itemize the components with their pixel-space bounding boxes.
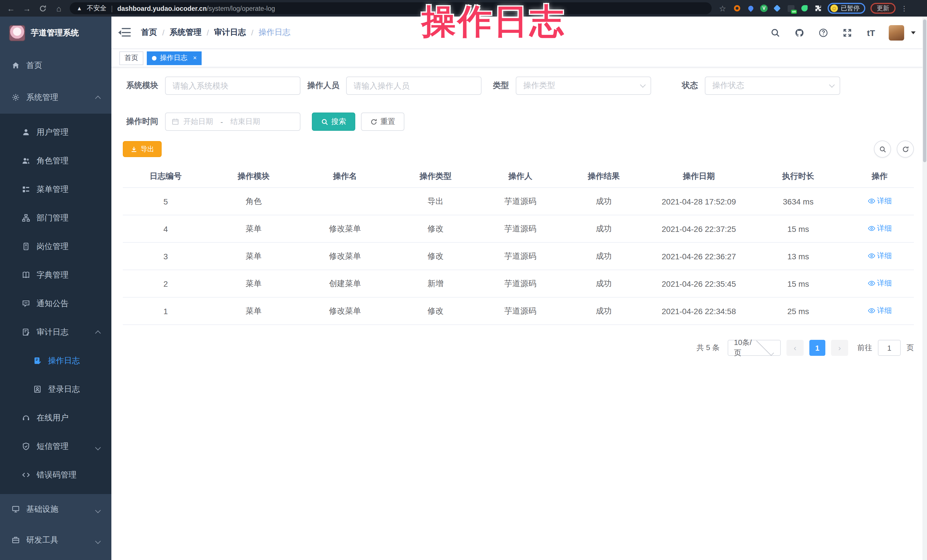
sidebar-item-operate-log[interactable]: 操作日志 xyxy=(0,347,111,375)
browser-home-icon[interactable]: ⌂ xyxy=(54,3,64,14)
search-button-label: 搜索 xyxy=(331,117,346,127)
paused-extension-badge[interactable]: ☺ 已暂停 xyxy=(828,3,865,14)
toggle-search-icon[interactable] xyxy=(874,141,891,158)
sidebar-item-sms-management[interactable]: 短信管理 xyxy=(0,433,111,461)
caret-down-icon[interactable] xyxy=(911,31,916,34)
eye-icon xyxy=(867,279,875,287)
blue-gem-extension-icon[interactable] xyxy=(773,4,781,12)
sidebar-item-role-management[interactable]: 角色管理 xyxy=(0,147,111,175)
fullscreen-icon[interactable] xyxy=(841,26,853,39)
end-date-placeholder: 结束日期 xyxy=(231,117,260,127)
address-bar[interactable]: ▲ 不安全 | dashboard.yudao.iocoder.cn/syste… xyxy=(70,2,712,14)
sidebar-item-online-users[interactable]: 在线用户 xyxy=(0,404,111,433)
breadcrumb-item[interactable]: 系统管理 xyxy=(170,27,202,38)
sidebar-item-post-management[interactable]: 岗位管理 xyxy=(0,232,111,261)
sidebar-item-home[interactable]: 首页 xyxy=(0,50,111,82)
detail-link[interactable]: 详细 xyxy=(867,196,892,206)
sidebar-item-menu-management[interactable]: 菜单管理 xyxy=(0,175,111,204)
next-page-button[interactable]: › xyxy=(831,340,848,356)
sidebar-item-department-management[interactable]: 部门管理 xyxy=(0,204,111,232)
sidebar-item-label: 系统管理 xyxy=(26,93,58,103)
search-button[interactable]: 搜索 xyxy=(312,112,355,131)
green-leaf-extension-icon[interactable] xyxy=(800,4,809,12)
table-cell: 15 ms xyxy=(751,215,845,243)
operation-cell: 详细 xyxy=(845,215,914,243)
screen: ← → ⌂ ▲ 不安全 | dashboard.yudao.iocoder.cn… xyxy=(0,0,927,560)
operate-log-icon xyxy=(33,357,42,366)
export-button[interactable]: 导出 xyxy=(123,141,162,157)
sidebar-item-infrastructure[interactable]: 基础设施 xyxy=(0,494,111,525)
reset-button[interactable]: 重置 xyxy=(361,112,404,131)
orange-ring-extension-icon[interactable] xyxy=(733,4,742,12)
detail-link[interactable]: 详细 xyxy=(867,305,892,316)
forward-arrow-icon[interactable]: → xyxy=(22,3,32,14)
github-icon[interactable] xyxy=(793,26,805,39)
search-icon[interactable] xyxy=(769,26,781,39)
browser-menu-icon[interactable]: ⋮ xyxy=(901,5,907,12)
puzzle-extensions-icon[interactable] xyxy=(814,4,822,12)
breadcrumb-item[interactable]: 审计日志 xyxy=(214,27,246,38)
sidebar-item-dict-management[interactable]: 字典管理 xyxy=(0,261,111,290)
user-avatar[interactable] xyxy=(889,25,904,40)
sidebar-item-login-log[interactable]: 登录日志 xyxy=(0,375,111,404)
sidebar-collapse-icon[interactable] xyxy=(119,28,131,37)
page-size-value: 10条/页 xyxy=(734,338,755,358)
chevron-up-icon xyxy=(96,93,100,102)
table-cell: 3 xyxy=(123,243,208,270)
reload-icon[interactable] xyxy=(38,3,48,14)
scrollbar-thumb[interactable] xyxy=(923,20,926,162)
home-icon xyxy=(11,61,21,70)
tag-label: 首页 xyxy=(125,53,138,63)
page-size-select[interactable]: 10条/页 xyxy=(728,340,781,356)
app-logo-row: 芋道管理系统 xyxy=(0,17,111,50)
refresh-icon[interactable] xyxy=(897,141,914,158)
goto-label: 前往 xyxy=(857,343,872,353)
content: 系统模块 操作人员 类型 操作类型 状态 操作状态 xyxy=(111,67,927,356)
online-users-icon xyxy=(22,413,31,423)
time-label: 操作时间 xyxy=(123,117,158,127)
sidebar-item-system-management[interactable]: 系统管理 xyxy=(0,82,111,114)
operation-cell: 详细 xyxy=(845,188,914,215)
detail-link[interactable]: 详细 xyxy=(867,223,892,234)
close-icon[interactable]: × xyxy=(193,55,197,61)
detail-link[interactable]: 详细 xyxy=(867,278,892,288)
page-number-button[interactable]: 1 xyxy=(809,340,825,356)
module-input[interactable] xyxy=(165,76,301,95)
prev-page-button[interactable]: ‹ xyxy=(787,340,804,356)
help-icon[interactable] xyxy=(817,26,829,39)
detail-link[interactable]: 详细 xyxy=(867,251,892,261)
sidebar-item-error-code-management[interactable]: 错误码管理 xyxy=(0,461,111,489)
column-header: 操作结果 xyxy=(561,165,647,188)
status-select[interactable]: 操作状态 xyxy=(705,76,840,95)
tag-label: 操作日志 xyxy=(160,53,187,63)
operator-input[interactable] xyxy=(346,76,482,95)
on-badge-extension-icon[interactable]: on xyxy=(787,4,795,12)
table-cell: 成功 xyxy=(561,188,647,215)
table-cell: 芋道源码 xyxy=(480,215,561,243)
browser-update-button[interactable]: 更新 xyxy=(871,3,896,14)
sidebar-item-audit-log[interactable]: 审计日志 xyxy=(0,318,111,347)
tags-view-bar: 首页操作日志× xyxy=(111,49,927,67)
table-cell: 2021-04-26 22:37:25 xyxy=(647,215,751,243)
code-icon xyxy=(22,470,31,480)
bookmark-star-icon[interactable]: ☆ xyxy=(717,3,728,14)
sidebar-item-user-management[interactable]: 用户管理 xyxy=(0,118,111,147)
table-cell: 芋道源码 xyxy=(480,270,561,297)
type-select[interactable]: 操作类型 xyxy=(516,76,651,95)
tag-active[interactable]: 操作日志× xyxy=(147,51,202,65)
goto-page-input[interactable] xyxy=(878,340,901,356)
breadcrumb-item[interactable]: 首页 xyxy=(141,27,157,38)
back-arrow-icon[interactable]: ← xyxy=(6,3,16,14)
date-range-picker[interactable]: 开始日期 - 结束日期 xyxy=(165,112,301,131)
sidebar-item-label: 基础设施 xyxy=(26,504,58,514)
table-cell: 2021-04-26 22:35:45 xyxy=(647,270,751,297)
location-pin-extension-icon[interactable] xyxy=(746,4,755,12)
sidebar-item-notice[interactable]: 通知公告 xyxy=(0,290,111,318)
gear-icon xyxy=(11,93,21,102)
sidebar-item-dev-tools[interactable]: 研发工具 xyxy=(0,525,111,556)
tag-item[interactable]: 首页 xyxy=(119,51,143,65)
sidebar-item-label: 用户管理 xyxy=(36,127,68,138)
green-v-extension-icon[interactable]: V xyxy=(760,5,767,12)
sidebar-item-label: 字典管理 xyxy=(36,270,68,281)
font-size-icon[interactable]: tT xyxy=(865,26,877,39)
